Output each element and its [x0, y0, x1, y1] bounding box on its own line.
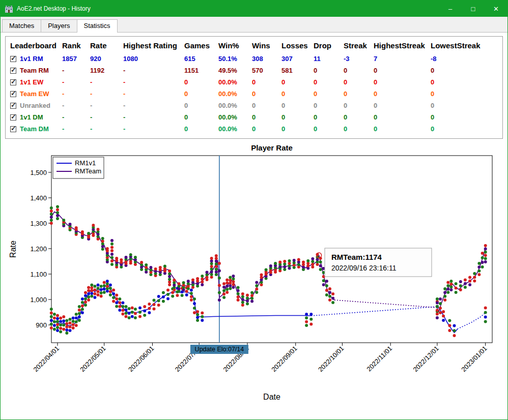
data-point[interactable]	[225, 291, 229, 294]
data-point[interactable]	[229, 276, 232, 279]
data-point[interactable]	[215, 262, 218, 265]
data-point[interactable]	[131, 307, 134, 310]
data-point[interactable]	[106, 247, 109, 250]
data-point[interactable]	[157, 299, 160, 303]
data-point[interactable]	[90, 292, 93, 295]
data-point[interactable]	[50, 216, 53, 219]
data-point[interactable]	[443, 298, 446, 302]
data-point[interactable]	[201, 319, 204, 322]
data-point[interactable]	[210, 259, 213, 262]
data-point[interactable]	[325, 289, 328, 292]
data-point[interactable]	[215, 260, 218, 263]
data-point[interactable]	[149, 266, 152, 269]
data-point[interactable]	[328, 291, 331, 294]
data-point[interactable]	[168, 269, 171, 273]
data-point[interactable]	[103, 291, 106, 294]
data-point[interactable]	[319, 268, 322, 271]
data-point[interactable]	[168, 275, 171, 278]
data-point[interactable]	[448, 324, 451, 327]
data-point[interactable]	[464, 279, 467, 282]
data-point[interactable]	[225, 285, 229, 288]
data-point[interactable]	[92, 224, 95, 227]
data-point[interactable]	[311, 265, 314, 268]
data-point[interactable]	[182, 281, 185, 284]
data-point[interactable]	[210, 262, 213, 265]
data-point[interactable]	[59, 317, 62, 320]
data-point[interactable]	[484, 251, 487, 254]
data-point[interactable]	[56, 320, 59, 323]
data-point[interactable]	[241, 304, 244, 307]
data-point[interactable]	[134, 256, 137, 259]
data-point[interactable]	[93, 296, 96, 299]
data-point[interactable]	[173, 279, 176, 282]
data-point[interactable]	[143, 314, 146, 317]
data-point[interactable]	[229, 284, 232, 287]
data-point[interactable]	[436, 316, 439, 319]
data-point[interactable]	[222, 289, 225, 292]
data-point[interactable]	[331, 297, 334, 300]
data-point[interactable]	[477, 273, 481, 276]
data-point[interactable]	[241, 292, 244, 295]
data-point[interactable]	[196, 319, 199, 322]
data-point[interactable]	[154, 267, 157, 271]
data-point[interactable]	[101, 243, 104, 246]
data-point[interactable]	[128, 312, 131, 315]
data-point[interactable]	[110, 239, 114, 242]
data-point[interactable]	[222, 282, 225, 285]
data-point[interactable]	[101, 239, 104, 243]
data-point[interactable]	[53, 313, 56, 316]
data-point[interactable]	[210, 265, 213, 268]
data-point[interactable]	[121, 305, 124, 308]
data-point[interactable]	[201, 278, 204, 281]
data-point[interactable]	[325, 280, 328, 283]
data-point[interactable]	[90, 295, 93, 298]
data-point[interactable]	[449, 283, 453, 286]
data-point[interactable]	[115, 305, 118, 308]
data-point[interactable]	[157, 295, 160, 298]
data-point[interactable]	[168, 272, 171, 275]
row-checkbox[interactable]: ✓	[10, 79, 16, 85]
data-point[interactable]	[84, 301, 87, 304]
data-point[interactable]	[110, 256, 114, 259]
data-point[interactable]	[305, 320, 308, 323]
data-point[interactable]	[56, 326, 59, 329]
data-point[interactable]	[75, 324, 78, 327]
data-point[interactable]	[143, 310, 146, 313]
data-point[interactable]	[168, 281, 171, 284]
data-point[interactable]	[69, 318, 72, 321]
data-point[interactable]	[168, 283, 171, 286]
data-point[interactable]	[93, 288, 96, 291]
data-point[interactable]	[237, 286, 240, 289]
data-point[interactable]	[109, 284, 112, 287]
data-point[interactable]	[260, 274, 263, 277]
data-point[interactable]	[134, 308, 137, 311]
data-point[interactable]	[215, 267, 218, 271]
data-point[interactable]	[93, 285, 96, 288]
data-point[interactable]	[75, 316, 78, 319]
data-point[interactable]	[134, 316, 137, 319]
data-point[interactable]	[131, 315, 134, 318]
data-point[interactable]	[50, 308, 53, 311]
data-point[interactable]	[140, 261, 143, 264]
data-point[interactable]	[477, 269, 481, 273]
data-point[interactable]	[118, 301, 121, 304]
data-point[interactable]	[50, 311, 53, 314]
data-point[interactable]	[53, 328, 56, 331]
data-point[interactable]	[484, 260, 487, 263]
data-point[interactable]	[110, 246, 114, 249]
data-point[interactable]	[484, 311, 487, 314]
data-point[interactable]	[56, 208, 59, 211]
data-point[interactable]	[269, 264, 272, 267]
data-point[interactable]	[193, 297, 196, 301]
maximize-button[interactable]: □	[462, 1, 485, 17]
data-point[interactable]	[129, 253, 132, 256]
data-point[interactable]	[84, 291, 87, 294]
data-point[interactable]	[56, 217, 59, 220]
data-point[interactable]	[87, 298, 90, 302]
data-point[interactable]	[201, 283, 204, 286]
data-point[interactable]	[439, 311, 442, 314]
data-point[interactable]	[84, 304, 87, 307]
data-point[interactable]	[115, 297, 118, 301]
data-point[interactable]	[166, 297, 170, 301]
data-point[interactable]	[246, 294, 249, 297]
